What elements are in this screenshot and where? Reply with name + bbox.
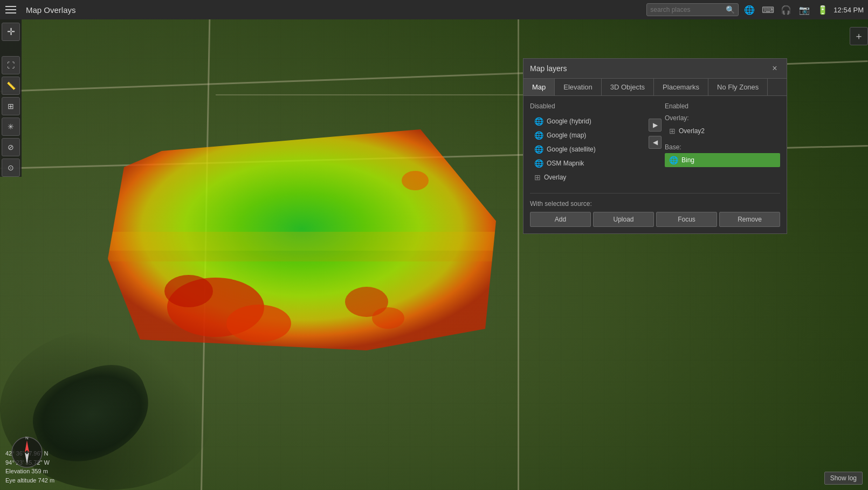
layer-osm-mapnik[interactable]: 🌐 OSM Mapnik bbox=[530, 156, 645, 170]
layer-label-3: Google (satellite) bbox=[547, 146, 596, 153]
time-display: 12:54 PM bbox=[833, 6, 864, 14]
overlay2-label: Overlay2 bbox=[679, 127, 705, 135]
svg-text:N: N bbox=[25, 436, 29, 440]
svg-rect-9 bbox=[108, 251, 496, 261]
globe-icon[interactable]: 🌐 bbox=[742, 2, 757, 17]
enabled-column: Enabled Overlay: ⊞ Overlay2 Base: 🌐 Bing bbox=[665, 102, 780, 184]
menu-button[interactable] bbox=[0, 0, 22, 19]
grid-button[interactable]: ⊞ bbox=[2, 97, 20, 115]
layer-google-satellite[interactable]: 🌐 Google (satellite) bbox=[530, 142, 645, 156]
selected-source-section: With selected source: Add Upload Focus R… bbox=[530, 193, 780, 227]
layer-google-map[interactable]: 🌐 Google (map) bbox=[530, 128, 645, 142]
globe-icon-2: 🌐 bbox=[534, 131, 543, 140]
move-right-button[interactable]: ▶ bbox=[649, 119, 662, 132]
layer-label-4: OSM Mapnik bbox=[547, 160, 584, 167]
action-buttons: Add Upload Focus Remove bbox=[530, 212, 780, 227]
keyboard-icon[interactable]: ⌨ bbox=[760, 2, 775, 17]
panel-title: Map layers bbox=[530, 64, 567, 73]
navigation-cross[interactable]: ✛ bbox=[2, 23, 20, 41]
tab-placemarks[interactable]: Placemarks bbox=[654, 79, 708, 95]
enabled-bing[interactable]: 🌐 Bing bbox=[665, 153, 780, 167]
layer-overlay[interactable]: ⊞ Overlay bbox=[530, 170, 645, 184]
svg-rect-8 bbox=[108, 232, 496, 251]
columns: Disabled 🌐 Google (hybrid) 🌐 Google (map… bbox=[530, 102, 780, 184]
upload-button[interactable]: Upload bbox=[593, 212, 654, 227]
frame-button[interactable]: ⛶ bbox=[2, 56, 20, 74]
layer-label-5: Overlay bbox=[544, 174, 566, 181]
svg-point-3 bbox=[226, 305, 291, 342]
arrows-column: ▶ ◀ bbox=[645, 102, 665, 184]
search-input[interactable] bbox=[650, 6, 726, 13]
svg-point-6 bbox=[372, 307, 404, 329]
app-title: Map Overlays bbox=[26, 5, 646, 15]
star-button[interactable]: ✳ bbox=[2, 118, 20, 136]
remove-button[interactable]: Remove bbox=[719, 212, 780, 227]
tab-no-fly-zones[interactable]: No Fly Zones bbox=[708, 79, 768, 95]
panel-header: Map layers × bbox=[523, 59, 787, 79]
search-icon[interactable]: 🔍 bbox=[726, 5, 735, 14]
base-section-label: Base: bbox=[665, 143, 780, 151]
map-layers-panel: Map layers × Map Elevation 3D Objects Pl… bbox=[523, 58, 787, 234]
bing-label: Bing bbox=[681, 156, 694, 164]
target-button[interactable]: ⊙ bbox=[2, 158, 20, 177]
selected-source-label: With selected source: bbox=[530, 200, 780, 208]
show-log-button[interactable]: Show log bbox=[824, 472, 863, 485]
overlay-icon: ⊞ bbox=[534, 173, 541, 182]
add-button[interactable]: Add bbox=[530, 212, 591, 227]
ndvi-overlay bbox=[108, 124, 496, 356]
headset-icon[interactable]: 🎧 bbox=[779, 2, 794, 17]
bing-icon: 🌐 bbox=[669, 156, 678, 164]
enabled-overlay2[interactable]: ⊞ Overlay2 bbox=[665, 124, 780, 138]
compass: N bbox=[11, 436, 43, 468]
layer-label-1: Google (hybrid) bbox=[547, 118, 591, 125]
disabled-column: Disabled 🌐 Google (hybrid) 🌐 Google (map… bbox=[530, 102, 645, 184]
panel-close-button[interactable]: × bbox=[769, 63, 780, 74]
disabled-header: Disabled bbox=[530, 102, 645, 110]
tab-3d-objects[interactable]: 3D Objects bbox=[602, 79, 654, 95]
svg-point-7 bbox=[402, 171, 429, 190]
svg-point-4 bbox=[164, 275, 213, 307]
nofly-button[interactable]: ⊘ bbox=[2, 138, 20, 156]
move-left-button[interactable]: ◀ bbox=[649, 136, 662, 149]
layer-label-2: Google (map) bbox=[547, 132, 586, 139]
expand-button[interactable]: ＋ bbox=[850, 27, 868, 45]
layer-google-hybrid[interactable]: 🌐 Google (hybrid) bbox=[530, 114, 645, 128]
overlay2-icon: ⊞ bbox=[669, 127, 676, 135]
eye-altitude: Eye altitude 742 m bbox=[5, 476, 54, 485]
globe-icon-4: 🌐 bbox=[534, 159, 543, 168]
measure-button[interactable]: 📏 bbox=[2, 77, 20, 95]
panel-tabs: Map Elevation 3D Objects Placemarks No F… bbox=[523, 79, 787, 96]
panel-body: Disabled 🌐 Google (hybrid) 🌐 Google (map… bbox=[523, 96, 787, 233]
globe-icon-1: 🌐 bbox=[534, 117, 543, 126]
overlay-section-label: Overlay: bbox=[665, 114, 780, 122]
search-box[interactable]: 🔍 bbox=[646, 3, 739, 16]
tab-map[interactable]: Map bbox=[523, 79, 555, 95]
battery-icon[interactable]: 🔋 bbox=[815, 2, 830, 17]
enabled-header: Enabled bbox=[665, 102, 780, 110]
topbar: Map Overlays 🔍 🌐 ⌨ 🎧 📷 🔋 12:54 PM bbox=[0, 0, 868, 19]
globe-icon-3: 🌐 bbox=[534, 145, 543, 154]
topbar-right: 🔍 🌐 ⌨ 🎧 📷 🔋 12:54 PM bbox=[646, 2, 864, 17]
tab-elevation[interactable]: Elevation bbox=[555, 79, 601, 95]
video-icon[interactable]: 📷 bbox=[797, 2, 812, 17]
left-sidebar: ✛ ⛶ 📏 ⊞ ✳ ⊘ ⊙ bbox=[0, 19, 22, 177]
focus-button[interactable]: Focus bbox=[656, 212, 717, 227]
